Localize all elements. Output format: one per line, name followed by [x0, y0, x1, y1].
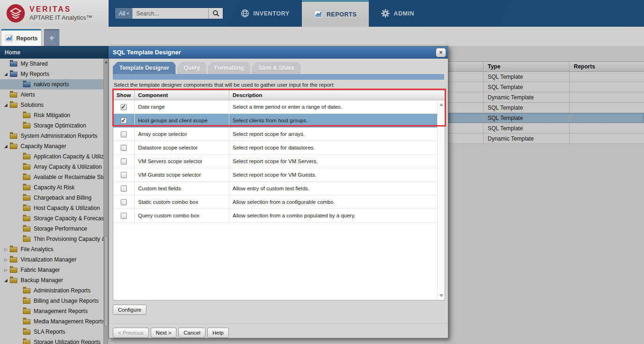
search-scope-dropdown[interactable]: All ▾ [115, 8, 132, 19]
dialog-title: SQL Template Designer [113, 49, 181, 56]
component-row[interactable]: VM Guests scope selector Select report s… [113, 168, 437, 182]
scroll-down-icon[interactable] [439, 294, 443, 297]
new-tab-button[interactable]: + [44, 29, 59, 46]
components-table-body: Date range Select a time period or enter… [113, 100, 437, 300]
application-window: VERITAS APTARE IT Analytics™ All ▾ [0, 0, 644, 344]
dialog-tabs: Template Designer Query Formatting Save … [113, 62, 444, 74]
show-cell [113, 155, 135, 168]
next-button[interactable]: Next > [151, 328, 177, 338]
description-cell: Allow selection from a configurable comb… [229, 195, 437, 209]
description-cell: Select report scope for arrays. [229, 127, 437, 141]
gear-icon [381, 9, 390, 18]
show-checkbox[interactable] [121, 145, 127, 151]
top-navigation-bar: VERITAS APTARE IT Analytics™ All ▾ [0, 0, 644, 27]
globe-icon [241, 9, 249, 18]
configure-button[interactable]: Configure [113, 305, 146, 315]
sql-template-designer-dialog: SQL Template Designer × Template Designe… [109, 46, 448, 338]
tab-query[interactable]: Query [177, 62, 206, 74]
nav-item-reports[interactable]: REPORTS [302, 0, 369, 27]
show-checkbox[interactable] [121, 158, 127, 165]
brand-area: VERITAS APTARE IT Analytics™ [0, 0, 109, 27]
close-icon[interactable]: × [436, 48, 446, 57]
description-cell: Select report scope for VM Guests. [229, 168, 437, 181]
component-row[interactable]: Static custom combo box Allow selection … [113, 195, 437, 209]
show-cell [113, 168, 135, 181]
tab-reports-label: Reports [16, 35, 37, 42]
show-checkbox[interactable] [121, 199, 127, 205]
component-cell: Host groups and client scope [135, 114, 229, 127]
show-checkbox[interactable] [121, 131, 127, 137]
tab-formatting[interactable]: Formatting [208, 62, 250, 74]
component-cell: Query custom combo box [135, 209, 229, 222]
component-row[interactable]: Array scope selector Select report scope… [113, 127, 437, 141]
show-checkbox[interactable] [121, 172, 127, 178]
chart-icon [5, 34, 13, 42]
help-button[interactable]: Help [207, 328, 229, 338]
description-cell: Allow selection from a combo populated b… [229, 209, 437, 222]
dialog-footer: < Previous Next > Cancel Help [113, 328, 229, 338]
component-cell: Array scope selector [135, 127, 229, 141]
dialog-instruction: Select the template designer components … [114, 82, 335, 88]
components-table-header: Show Component Description [113, 90, 445, 100]
nav-label-inventory: INVENTORY [253, 10, 290, 17]
veritas-logo-icon [6, 4, 25, 23]
chevron-down-icon: ▾ [127, 11, 129, 15]
show-checkbox[interactable] [121, 118, 127, 124]
description-cell: Allow entry of custom text fields. [229, 182, 437, 195]
show-cell [113, 114, 135, 127]
column-header-component: Component [135, 90, 229, 100]
components-table: Show Component Description Date range Se… [113, 90, 445, 300]
nav-label-admin: ADMIN [394, 10, 414, 17]
nav-label-reports: REPORTS [327, 11, 357, 18]
description-cell: Select a time period or enter a range of… [229, 100, 437, 113]
component-row[interactable]: Host groups and client scope Select clie… [113, 114, 437, 127]
previous-button[interactable]: < Previous [113, 328, 149, 338]
table-scrollbar[interactable] [437, 100, 445, 300]
nav-item-inventory[interactable]: INVENTORY [228, 0, 302, 27]
component-cell: Datastore scope selector [135, 141, 229, 154]
show-checkbox[interactable] [121, 104, 127, 110]
component-cell: VM Guests scope selector [135, 168, 229, 181]
description-cell: Select clients from host groups. [229, 114, 437, 127]
search-scope-value: All [119, 10, 125, 17]
show-cell [113, 141, 135, 154]
scroll-up-icon[interactable] [439, 103, 443, 106]
show-cell [113, 182, 135, 195]
cancel-button[interactable]: Cancel [178, 328, 205, 338]
component-row[interactable]: Custom text fields Allow entry of custom… [113, 182, 437, 195]
column-header-description: Description [229, 90, 445, 100]
workspace-tabstrip: Reports + [0, 27, 644, 46]
main-nav: INVENTORY REPORTS [228, 0, 426, 27]
global-search: All ▾ [115, 7, 223, 19]
search-icon [212, 10, 220, 17]
dialog-titlebar: SQL Template Designer × [109, 46, 448, 59]
brand-subtitle: APTARE IT Analytics™ [29, 15, 92, 22]
component-row[interactable]: Query custom combo box Allow selection f… [113, 209, 437, 223]
show-cell [113, 100, 135, 113]
search-input[interactable] [132, 8, 208, 19]
show-cell [113, 195, 135, 209]
footer-divider [109, 324, 448, 325]
active-tab-strip [113, 74, 444, 80]
search-button[interactable] [208, 8, 223, 19]
show-checkbox[interactable] [121, 186, 127, 192]
brand-name: VERITAS [29, 5, 92, 14]
column-header-show: Show [113, 90, 135, 100]
tab-reports[interactable]: Reports [1, 29, 42, 46]
component-cell: VM Servers scope selector [135, 155, 229, 168]
show-checkbox[interactable] [121, 213, 127, 219]
nav-item-admin[interactable]: ADMIN [369, 0, 426, 27]
component-cell: Static custom combo box [135, 195, 229, 209]
show-cell [113, 209, 135, 222]
component-row[interactable]: Date range Select a time period or enter… [113, 100, 437, 114]
description-cell: Select report scope for VM Servers. [229, 155, 437, 168]
component-row[interactable]: VM Servers scope selector Select report … [113, 155, 437, 168]
component-cell: Custom text fields [135, 182, 229, 195]
component-row[interactable]: Datastore scope selector Select report s… [113, 141, 437, 155]
component-cell: Date range [135, 100, 229, 113]
tab-save-share[interactable]: Save & Share [252, 62, 301, 74]
tab-template-designer[interactable]: Template Designer [113, 62, 176, 74]
description-cell: Select report scope for datastores. [229, 141, 437, 154]
chart-icon [314, 10, 323, 19]
show-cell [113, 127, 135, 141]
